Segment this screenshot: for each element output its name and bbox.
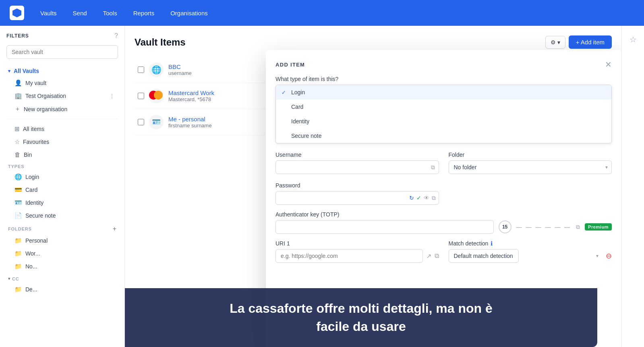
content-area: Vault Items ⚙ ▾ + Add item 🌐 BBC usernam…: [125, 26, 621, 347]
type-dropdown-list[interactable]: ✓ Login Card Identity Secure note: [275, 85, 612, 143]
totp-group: Authenticator key (TOTP) 15 — — — — — — …: [275, 211, 612, 234]
sidebar-item-favourites[interactable]: ☆ Favourites: [6, 135, 118, 148]
test-org-label: Test Orgaisation: [25, 93, 66, 99]
sidebar-item-folder-personal[interactable]: 📁 Personal: [6, 234, 118, 247]
vault-item-bbc-icon: 🌐: [149, 62, 164, 77]
password-label: Password: [275, 182, 439, 189]
username-copy-icon[interactable]: ⧉: [431, 164, 435, 171]
test-org-row: 🏢 Test Orgaisation ⋮: [14, 92, 115, 100]
password-generate-icon[interactable]: ↻: [409, 195, 414, 201]
globe-icon: 🌐: [151, 65, 162, 75]
username-input-wrap: ⧉: [275, 160, 439, 174]
sidebar-item-cc-de[interactable]: 📁 De...: [6, 283, 118, 296]
folder-icon-3: 📁: [14, 263, 22, 270]
sidebar-item-my-vault[interactable]: 👤 My vault: [6, 77, 118, 89]
nav-logo[interactable]: [10, 6, 24, 20]
sidebar-item-all[interactable]: ⊞ All items: [6, 123, 118, 135]
premium-badge: Premium: [585, 223, 612, 231]
filters-help-icon[interactable]: ?: [114, 32, 118, 39]
type-identity-option[interactable]: Identity: [276, 114, 611, 129]
sidebar-item-secure-note[interactable]: 📄 Secure note: [6, 209, 118, 222]
nav-vaults[interactable]: Vaults: [34, 6, 63, 20]
add-item-button[interactable]: + Add item: [569, 35, 612, 49]
totp-input[interactable]: [275, 220, 494, 234]
nav-tools[interactable]: Tools: [97, 6, 124, 20]
type-login-label: Login: [291, 89, 305, 96]
totp-row: 15 — — — — — — ⧉ Premium: [275, 220, 612, 234]
type-card-label: Card: [291, 104, 303, 110]
uri-row: ↗ ⧉: [275, 249, 439, 263]
folder-group: Folder No folder ▾: [449, 152, 612, 174]
main-layout: FILTERS ? ▾ All Vaults 👤 My vault 🏢 Test…: [0, 26, 644, 347]
password-copy-icon[interactable]: ⧉: [432, 195, 436, 202]
divider-1: [6, 119, 118, 119]
type-card-option[interactable]: Card: [276, 100, 611, 114]
check-icon: ✓: [282, 89, 288, 96]
totp-copy-icon[interactable]: ⧉: [576, 224, 580, 231]
vault-item-bbc-checkbox[interactable]: [138, 66, 144, 73]
sidebar-item-test-org[interactable]: 🏢 Test Orgaisation ⋮: [6, 89, 118, 102]
nav-send[interactable]: Send: [66, 6, 93, 20]
all-vaults-label: All Vaults: [14, 68, 39, 74]
sidebar-item-folder-no[interactable]: 📁 No...: [6, 260, 118, 273]
username-input[interactable]: [275, 160, 439, 174]
username-group: Username ⧉: [275, 152, 439, 174]
uri-group: URI 1 ↗ ⧉: [275, 240, 439, 263]
uri-open-icon[interactable]: ↗: [426, 252, 431, 260]
match-remove-icon[interactable]: ⊖: [606, 251, 612, 260]
folder-work-label: Wor...: [25, 250, 40, 257]
sidebar-item-card[interactable]: 💳 Card: [6, 183, 118, 196]
settings-button[interactable]: ⚙ ▾: [545, 36, 565, 49]
sidebar-item-folder-work[interactable]: 📁 Wor...: [6, 247, 118, 260]
types-section-label: TYPES: [6, 161, 118, 170]
sidebar: FILTERS ? ▾ All Vaults 👤 My vault 🏢 Test…: [0, 26, 125, 347]
type-secure-note-option[interactable]: Secure note: [276, 129, 611, 143]
type-login-option[interactable]: ✓ Login: [276, 85, 611, 100]
vault-item-personal-icon: 🪪: [149, 115, 164, 129]
login-icon: 🌐: [14, 173, 22, 181]
vault-item-mastercard-checkbox[interactable]: [138, 93, 144, 99]
type-question-label: What type of item is this?: [275, 76, 612, 82]
grid-spacer: [449, 182, 612, 205]
uri-label: URI 1: [275, 240, 439, 247]
search-input[interactable]: [6, 45, 118, 59]
sidebar-item-bin[interactable]: 🗑 Bin: [6, 148, 118, 161]
folder-select[interactable]: No folder: [449, 160, 612, 174]
folder-personal-label: Personal: [25, 237, 48, 244]
modal-close-button[interactable]: ✕: [605, 60, 612, 69]
password-check-icon[interactable]: ✓: [416, 195, 421, 201]
note-icon: 📄: [14, 212, 22, 219]
vault-item-personal-checkbox[interactable]: [138, 119, 144, 125]
right-star-icon[interactable]: ☆: [627, 32, 639, 47]
folder-icon-2: 📁: [14, 250, 22, 257]
uri-copy-icon[interactable]: ⧉: [435, 252, 439, 260]
match-detection-select[interactable]: Default match detection: [449, 249, 519, 263]
nav-reports[interactable]: Reports: [127, 6, 161, 20]
star-icon: ☆: [14, 138, 20, 145]
nav-organisations[interactable]: Organisations: [164, 6, 214, 20]
person-icon: 👤: [14, 79, 22, 87]
match-detection-help-icon[interactable]: ℹ: [491, 240, 493, 247]
uri-input[interactable]: [275, 249, 423, 263]
all-vaults-toggle[interactable]: ▾ All Vaults: [6, 65, 118, 77]
test-org-menu-icon[interactable]: ⋮: [109, 93, 115, 99]
totp-timer-circle: 15: [499, 220, 511, 233]
sidebar-item-new-org[interactable]: ＋ New organisation: [6, 102, 118, 116]
page-title: Vault Items: [135, 37, 186, 48]
add-org-icon: ＋: [14, 105, 21, 113]
totp-dashes: — — — — — —: [516, 224, 571, 230]
password-eye-icon[interactable]: 👁: [424, 195, 429, 201]
card-label: Card: [25, 187, 37, 193]
identity-label: Identity: [25, 199, 43, 206]
uri-match-row: URI 1 ↗ ⧉ Match detection ℹ: [275, 240, 612, 263]
password-actions: ↻ ✓ 👁 ⧉: [409, 195, 436, 202]
content-header: Vault Items ⚙ ▾ + Add item: [135, 35, 612, 49]
id-card-icon: 🪪: [152, 118, 161, 127]
match-detection-row: Default match detection ▾ ⊖: [449, 249, 612, 263]
favourites-label: Favourites: [23, 139, 49, 145]
sidebar-item-identity[interactable]: 🪪 Identity: [6, 196, 118, 209]
add-folder-icon[interactable]: +: [113, 225, 116, 233]
sidebar-item-login[interactable]: 🌐 Login: [6, 170, 118, 183]
totp-label: Authenticator key (TOTP): [275, 211, 612, 218]
grid-icon: ⊞: [14, 125, 20, 133]
